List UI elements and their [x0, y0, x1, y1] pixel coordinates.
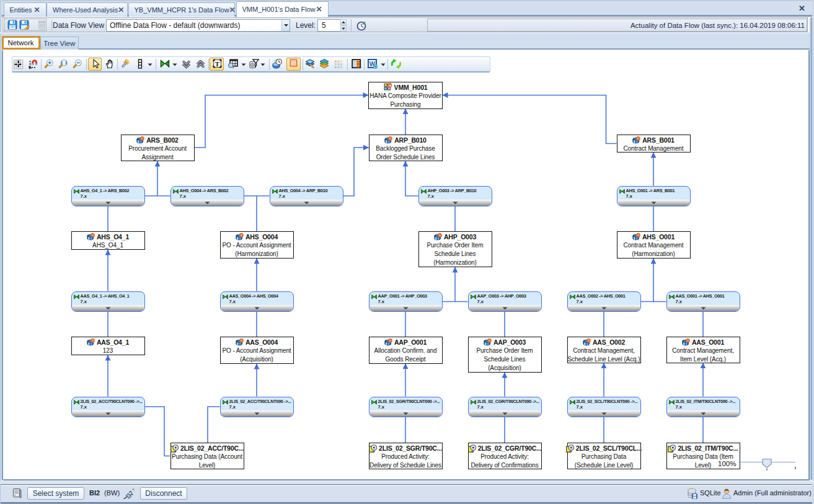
svg-text:H: H — [388, 84, 391, 87]
